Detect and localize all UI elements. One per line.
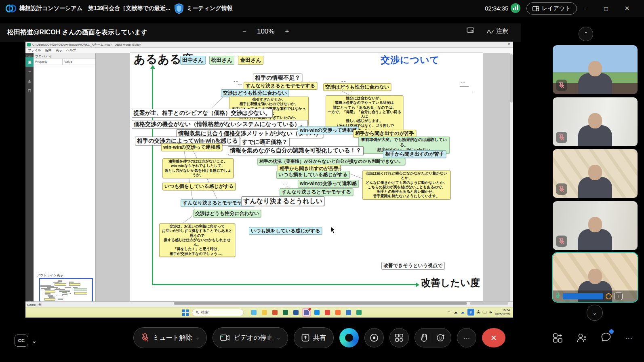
menu-item[interactable]: ファイル [28,48,41,53]
more-options-button[interactable]: ⋯ [457,328,476,347]
taskbar-clock[interactable]: 15:54 2025/12/25 [495,308,510,316]
meeting-info-button[interactable]: ミーティング情報 [187,5,233,12]
webex-window: 構想設計コンソーシアム 第139回会合［文献等での最近... ミーティング情報 … [0,0,644,362]
participant-video[interactable]: ↑ [553,253,638,302]
connection-quality-icon[interactable] [511,3,520,13]
participants-icon[interactable] [577,333,587,343]
muted-mic-icon [556,236,567,247]
minimize-button[interactable]: ─ [576,0,594,17]
participant-silhouette [578,177,612,198]
horizontal-scrollbar-2[interactable] [470,302,508,305]
ime-mode[interactable]: A [477,310,480,314]
chrome-icon[interactable] [324,309,331,316]
bookmark-tool-icon[interactable]: ⎕ [25,86,34,96]
camera-icon [220,334,230,341]
emoji-plus-icon [436,333,445,342]
volume-icon[interactable]: 🕪 [489,310,492,315]
menu-item[interactable]: 表示 [56,48,62,53]
apps-grid-icon [395,333,404,342]
menu-item[interactable]: 編集 [45,48,52,53]
zoom-in-button[interactable]: + [285,27,289,36]
collapse-panel-up-button[interactable]: ⌃ [579,27,593,41]
participants-sidebar: ↑ [521,17,644,328]
share-screen-icon [301,334,309,342]
collapse-panel-down-button[interactable]: ⌄ [587,305,603,321]
editor-left-toolbar: FLOAT ▣ ≔ ⋔ ⎕ ◉ [25,53,34,307]
value-column: Value [63,59,74,65]
apps-button[interactable] [389,328,409,347]
onedrive-icon[interactable]: ☁ [461,310,465,314]
outline-label: アウトライン表示 [37,273,63,278]
windows-start-icon[interactable] [182,309,189,316]
horizontal-scrollbar[interactable] [174,302,467,305]
more-panels-button[interactable]: ⋯ [625,333,633,343]
control-bar: CC ⌄ ミュート解除 ⌄ ビデオの停止 ⌄ 共有 [0,327,644,356]
close-button[interactable]: ✕ [618,0,636,17]
powerpoint-icon[interactable] [271,309,279,316]
unmute-button[interactable]: ミュート解除 ⌄ [133,327,207,348]
panels-layout-icon[interactable] [553,333,563,343]
participant-video[interactable] [553,45,638,94]
reactions-button[interactable] [415,328,451,347]
devices-icon[interactable]: 🖵 [483,310,487,315]
app-blue-icon[interactable] [345,309,352,316]
list-tool-icon[interactable]: ≔ [25,67,34,76]
teams-icon[interactable] [303,309,310,316]
participant-video[interactable] [553,201,638,250]
minimap-note [74,292,87,295]
tray-chevron-icon[interactable]: ⌃ [447,310,450,314]
mute-chevron-icon[interactable]: ⌄ [196,335,199,341]
ai-assistant-button[interactable] [339,328,359,347]
participant-video[interactable] [553,97,638,146]
properties-table-header: Property Value [34,59,95,65]
outlook-icon[interactable] [313,309,321,316]
vertical-scrollbar[interactable] [510,53,513,301]
app-green-icon[interactable] [355,309,363,316]
layout-button[interactable]: レイアウト [526,2,577,15]
annotate-button[interactable]: 注釈 [487,27,508,35]
participant-video[interactable] [553,149,638,198]
menu-item[interactable]: ヘルプ [66,48,76,53]
minimap-note [45,293,51,295]
participant-silhouette [578,73,612,94]
closed-captions-button[interactable]: CC [15,335,28,347]
emoji-badge [606,293,612,299]
float-label: FLOAT [25,55,34,57]
video-chevron-icon[interactable]: ⌄ [277,335,280,341]
titlebar: 構想設計コンソーシアム 第139回会合［文献等での最近... ミーティング情報 … [0,0,644,17]
cloud-icon[interactable]: ☁ [454,310,458,314]
stop-video-button[interactable]: ビデオの停止 ⌄ [213,327,288,348]
editor-menubar: ファイル編集表示ヘルプ [25,48,513,53]
tray-mic-icon[interactable]: 🎙︎ [467,309,474,316]
layout-icon [532,6,539,11]
participant-name-redacted [563,293,603,299]
leave-meeting-button[interactable]: ✕ [482,328,505,347]
participant-silhouette [578,229,612,250]
share-button[interactable]: 共有 [294,327,334,348]
view-options-icon[interactable] [467,27,474,34]
presenter-banner: 松田裕道@RICOH さんの画面を表示しています [7,28,147,37]
chat-icon[interactable] [601,332,611,342]
record-button[interactable] [364,328,384,347]
pen-icon [487,29,494,34]
muted-mic-icon [556,183,567,195]
maximize-button[interactable]: □ [597,0,615,17]
cc-chevron-icon[interactable]: ⌄ [32,337,37,345]
pages-tool-icon[interactable]: ▣ [25,57,34,67]
zoom-out-button[interactable]: − [242,27,246,36]
editor-close-icon[interactable]: ✕ [507,42,511,46]
firefox-icon[interactable] [334,309,342,316]
taskbar-search[interactable]: 🔍︎ 検索 [192,309,244,316]
meeting-title: 構想設計コンソーシアム 第139回会合［文献等での最近... [19,5,170,12]
search-icon: 🔍︎ [196,311,199,315]
excel-icon[interactable] [282,309,289,316]
weather-icon[interactable] [250,309,258,316]
graph-tool-icon[interactable]: ⋔ [25,76,34,86]
sharing-indicator-icon[interactable]: ↑ [614,293,623,300]
word-icon[interactable] [292,309,300,316]
minimap-note [40,285,51,286]
outline-minimap[interactable] [39,278,93,305]
explorer-icon[interactable] [261,309,268,316]
mic-muted-icon [141,333,149,343]
minimap-note [62,294,68,295]
